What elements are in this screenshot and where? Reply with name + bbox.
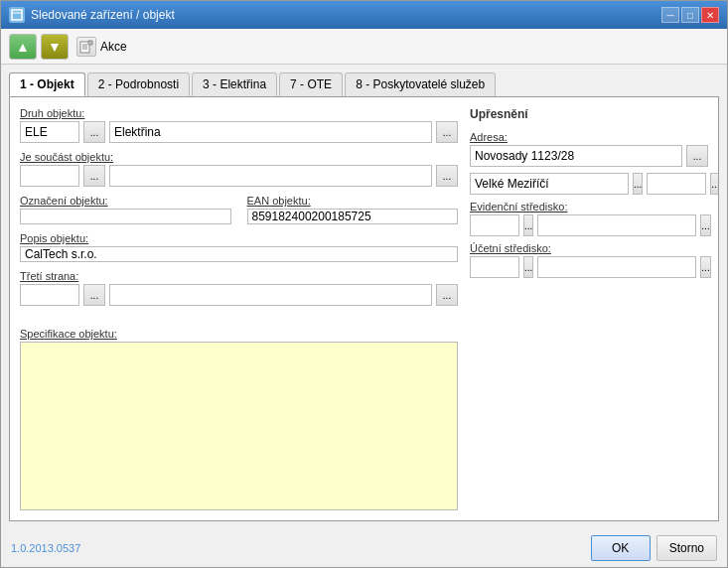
down-button[interactable]: ▼ xyxy=(41,34,69,60)
ucetni-browse1-button[interactable]: ... xyxy=(523,256,533,278)
version-label: 1.0.2013.0537 xyxy=(11,542,80,554)
adresa-label: Adresa: xyxy=(470,131,708,143)
tab-content: Druh objektu: ... ... Je součást objektu… xyxy=(9,96,719,521)
title-bar: Sledované zařízení / objekt ─ □ ✕ xyxy=(1,1,727,29)
svg-rect-0 xyxy=(12,10,22,20)
right-panel: Upřesnění Adresa: ... ... ... xyxy=(470,107,708,510)
psc-input[interactable] xyxy=(647,173,706,195)
treti-strana-browse2-button[interactable]: ... xyxy=(436,284,458,306)
evidencni-group: Evidenční středisko: ... ... xyxy=(470,201,708,236)
title-controls: ─ □ ✕ xyxy=(661,7,719,23)
spacer xyxy=(20,314,458,320)
je-soucasti-input2[interactable] xyxy=(109,165,432,187)
evidencni-input2[interactable] xyxy=(537,214,696,236)
ean-group: EAN objektu: xyxy=(247,195,459,224)
mesto-group: ... ... xyxy=(470,173,708,195)
treti-strana-group: Třetí strana: ... ... xyxy=(20,270,458,306)
druh-objektu-label: Druh objektu: xyxy=(20,107,458,119)
ucetni-input1[interactable] xyxy=(470,256,519,278)
je-soucasti-browse1-button[interactable]: ... xyxy=(83,165,105,187)
evidencni-input1[interactable] xyxy=(470,214,519,236)
ucetni-label: Účetní středisko: xyxy=(470,242,708,254)
je-soucasti-input1[interactable] xyxy=(20,165,79,187)
mesto-row: ... ... xyxy=(470,173,708,195)
ok-button[interactable]: OK xyxy=(591,535,651,561)
footer-buttons: OK Storno xyxy=(591,535,717,561)
ucetni-group: Účetní středisko: ... ... xyxy=(470,242,708,278)
specifikace-label: Specifikace objektu: xyxy=(20,328,458,340)
left-panel: Druh objektu: ... ... Je součást objektu… xyxy=(20,107,458,510)
akce-menu[interactable]: Akce xyxy=(76,37,127,57)
upresnen-label: Upřesnění xyxy=(470,107,708,121)
druh-value1-input[interactable] xyxy=(20,121,79,143)
up-button[interactable]: ▲ xyxy=(9,34,37,60)
tab-7-ote[interactable]: 7 - OTE xyxy=(279,72,343,96)
ean-input[interactable] xyxy=(247,209,459,224)
evidencni-label: Evidenční středisko: xyxy=(470,201,708,213)
oznaceni-input[interactable] xyxy=(20,209,231,224)
minimize-button[interactable]: ─ xyxy=(661,7,679,23)
footer: 1.0.2013.0537 OK Storno xyxy=(1,529,727,567)
adresa-browse-button[interactable]: ... xyxy=(686,145,708,167)
ean-label: EAN objektu: xyxy=(247,195,459,207)
druh-browse2-button[interactable]: ... xyxy=(436,121,458,143)
druh-objektu-row: ... ... xyxy=(20,121,458,143)
evidencni-browse1-button[interactable]: ... xyxy=(523,214,533,236)
ucetni-browse2-button[interactable]: ... xyxy=(700,256,710,278)
window-icon xyxy=(9,7,25,23)
tab-1-objekt[interactable]: 1 - Objekt xyxy=(9,72,85,96)
evidencni-row: ... ... xyxy=(470,214,708,236)
storno-button[interactable]: Storno xyxy=(656,535,717,561)
oznaceni-group: Označení objektu: xyxy=(20,195,231,224)
druh-value2-input[interactable] xyxy=(109,121,432,143)
content-area: 1 - Objekt 2 - Podrobnosti 3 - Elektřina… xyxy=(1,65,727,529)
druh-objektu-group: Druh objektu: ... ... xyxy=(20,107,458,143)
specifikace-group: Specifikace objektu: xyxy=(20,328,458,510)
adresa-input[interactable] xyxy=(470,145,682,167)
treti-strana-row: ... ... xyxy=(20,284,458,306)
treti-strana-input1[interactable] xyxy=(20,284,79,306)
adresa-row: ... xyxy=(470,145,708,167)
popis-label: Popis objektu: xyxy=(20,232,458,244)
tab-2-podrobnosti[interactable]: 2 - Podrobnosti xyxy=(87,72,190,96)
psc-browse-button[interactable]: ... xyxy=(710,173,719,195)
popis-group: Popis objektu: xyxy=(20,232,458,262)
tab-bar: 1 - Objekt 2 - Podrobnosti 3 - Elektřina… xyxy=(9,72,719,96)
treti-strana-label: Třetí strana: xyxy=(20,270,458,282)
close-button[interactable]: ✕ xyxy=(701,7,719,23)
popis-input[interactable] xyxy=(20,246,458,262)
main-window: Sledované zařízení / objekt ─ □ ✕ ▲ ▼ xyxy=(0,0,728,568)
ucetni-row: ... ... xyxy=(470,256,708,278)
mesto-browse-button[interactable]: ... xyxy=(633,173,643,195)
mesto-input[interactable] xyxy=(470,173,629,195)
je-soucasti-row: ... ... xyxy=(20,165,458,187)
je-soucasti-browse2-button[interactable]: ... xyxy=(436,165,458,187)
je-soucasti-group: Je součást objektu: ... ... xyxy=(20,151,458,187)
tab-8-poskytovatele[interactable]: 8 - Poskytovatelé služeb xyxy=(345,72,496,96)
adresa-group: Adresa: ... xyxy=(470,131,708,167)
treti-strana-input2[interactable] xyxy=(109,284,432,306)
title-bar-left: Sledované zařízení / objekt xyxy=(9,7,175,23)
tab-3-elektrina[interactable]: 3 - Elektřina xyxy=(192,72,277,96)
restore-button[interactable]: □ xyxy=(681,7,699,23)
svg-marker-6 xyxy=(88,41,92,45)
akce-label: Akce xyxy=(100,40,127,54)
treti-strana-browse-button[interactable]: ... xyxy=(83,284,105,306)
window-title: Sledované zařízení / objekt xyxy=(31,8,175,22)
akce-icon xyxy=(76,37,96,57)
up-arrow-icon: ▲ xyxy=(16,39,30,55)
evidencni-browse2-button[interactable]: ... xyxy=(700,214,710,236)
oznaceni-ean-row: Označení objektu: EAN objektu: xyxy=(20,195,458,224)
ucetni-input2[interactable] xyxy=(537,256,696,278)
druh-browse1-button[interactable]: ... xyxy=(83,121,105,143)
specifikace-textarea[interactable] xyxy=(20,342,458,510)
toolbar: ▲ ▼ Akce xyxy=(1,29,727,65)
je-soucasti-label: Je součást objektu: xyxy=(20,151,458,163)
down-arrow-icon: ▼ xyxy=(48,39,62,55)
oznaceni-label: Označení objektu: xyxy=(20,195,231,207)
